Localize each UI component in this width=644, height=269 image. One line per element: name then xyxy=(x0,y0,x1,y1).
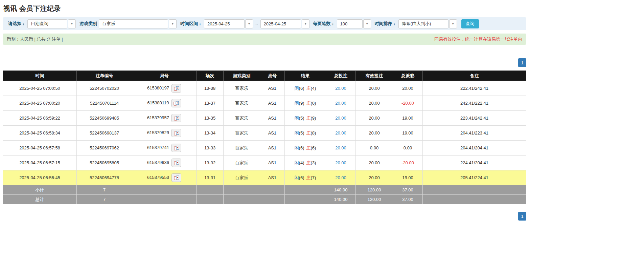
cell-time: 2025-04-25 07:00:20 xyxy=(3,96,77,111)
result-player: 闲 xyxy=(295,160,299,165)
chevron-down-icon[interactable]: ▼ xyxy=(245,19,253,28)
round-detail-icon[interactable] xyxy=(171,129,181,137)
result-banker: 庄 xyxy=(306,130,311,136)
cell-payout: 19.00 xyxy=(393,126,423,141)
page: 视讯 会员下注纪录 请选择： 日期查询 ▼ 游戏类别 百家乐 ▼ 时间区间： 2… xyxy=(0,0,529,221)
cell-table-no: AS1 xyxy=(260,126,285,141)
search-button[interactable]: 查询 xyxy=(461,19,479,28)
filter-bar: 请选择： 日期查询 ▼ 游戏类别 百家乐 ▼ 时间区间： 2025-04-25 … xyxy=(3,17,526,30)
chevron-down-icon[interactable]: ▼ xyxy=(302,19,309,28)
result-banker-score: (0) xyxy=(311,101,316,106)
round-detail-icon[interactable] xyxy=(171,84,181,92)
round-detail-icon[interactable] xyxy=(171,99,181,107)
cell-result: 闲(6)庄(6) xyxy=(285,141,326,156)
game-type-value[interactable]: 百家乐 xyxy=(99,19,168,28)
result-player-score: (6) xyxy=(299,145,304,150)
cell-bet-id: 522450702020 xyxy=(77,81,132,96)
chevron-down-icon[interactable]: ▼ xyxy=(363,19,371,28)
cell-table-no: AS1 xyxy=(260,170,285,185)
round-number: 615380119 xyxy=(147,100,169,105)
total-bet-link[interactable]: 20.00 xyxy=(335,145,346,150)
empty-cell xyxy=(224,185,260,195)
column-header: 局号 xyxy=(132,71,197,81)
total-bet-link[interactable]: 20.00 xyxy=(335,175,346,180)
chevron-down-icon[interactable]: ▼ xyxy=(68,19,76,28)
total-label: 总计 xyxy=(3,195,77,204)
result-player: 闲 xyxy=(295,130,299,136)
game-type-label: 游戏类别 xyxy=(79,21,97,27)
total-valid-bet: 120.00 xyxy=(356,195,393,204)
round-detail-icon[interactable] xyxy=(171,159,181,167)
cell-round-id: 615379957 xyxy=(132,111,197,126)
game-type-combo[interactable]: 百家乐 ▼ xyxy=(99,19,177,28)
empty-cell xyxy=(224,195,260,204)
query-type-label: 请选择： xyxy=(8,21,26,27)
cell-result: 闲(6)庄(4) xyxy=(285,81,326,96)
query-type-value[interactable]: 日期查询 xyxy=(27,19,67,28)
sort-combo[interactable]: 降冪(由大到小) ▼ xyxy=(398,19,457,28)
cell-session: 13-31 xyxy=(197,170,224,185)
cell-result: 闲(9)庄(0) xyxy=(285,96,326,111)
summary-note: 同局有效投注，统一计算在该局第一张注单内 xyxy=(434,36,522,42)
result-player: 闲 xyxy=(295,86,299,91)
date-from-value[interactable]: 2025-04-25 xyxy=(204,19,245,28)
empty-cell xyxy=(132,195,197,204)
page-size-value[interactable]: 100 xyxy=(337,19,363,28)
cell-payout: 19.00 xyxy=(393,170,423,185)
subtotal-count: 7 xyxy=(77,185,132,195)
date-to-value[interactable]: 2025-04-25 xyxy=(260,19,301,28)
cell-table-no: AS1 xyxy=(260,81,285,96)
page-button[interactable]: 1 xyxy=(518,58,526,67)
summary-currency-count: 币别：人民币 | 总共 :7 注单 | xyxy=(7,36,63,42)
total-bet-link[interactable]: 20.00 xyxy=(335,130,346,136)
page-button[interactable]: 1 xyxy=(518,212,526,221)
round-number: 615379829 xyxy=(147,130,169,135)
table-row: 2025-04-25 06:57:15 522450695805 6153796… xyxy=(3,156,526,170)
total-count: 7 xyxy=(77,195,132,204)
chevron-down-icon[interactable]: ▼ xyxy=(449,19,457,28)
pagination-top: 1 xyxy=(3,58,526,67)
cell-total-bet: 20.00 xyxy=(326,126,356,141)
cell-time: 2025-04-25 06:56:45 xyxy=(3,170,77,185)
result-banker-score: (7) xyxy=(311,175,316,180)
cell-table-no: AS1 xyxy=(260,141,285,156)
date-from-combo[interactable]: 2025-04-25 ▼ xyxy=(204,19,253,28)
total-bet-link[interactable]: 20.00 xyxy=(335,86,346,91)
total-bet-link[interactable]: 20.00 xyxy=(335,116,346,121)
cell-time: 2025-04-25 06:57:58 xyxy=(3,141,77,156)
date-to-combo[interactable]: 2025-04-25 ▼ xyxy=(260,19,309,28)
round-detail-icon[interactable] xyxy=(171,144,181,152)
column-header: 注单编号 xyxy=(77,71,132,81)
cell-table-no: AS1 xyxy=(260,156,285,170)
sort-value[interactable]: 降冪(由大到小) xyxy=(398,19,448,28)
cell-bet-id: 522450695805 xyxy=(77,156,132,170)
cell-total-bet: 20.00 xyxy=(326,96,356,111)
result-banker-score: (4) xyxy=(311,86,316,91)
column-header: 总投注 xyxy=(326,71,356,81)
pagination-bottom: 1 xyxy=(3,212,526,221)
cell-valid-bet: 20.00 xyxy=(356,126,393,141)
round-number: 615380197 xyxy=(147,85,169,90)
result-player-score: (5) xyxy=(299,116,304,121)
column-header: 有效投注 xyxy=(356,71,393,81)
cell-bet-id: 522450697062 xyxy=(77,141,132,156)
empty-cell xyxy=(197,195,224,204)
result-banker: 庄 xyxy=(306,116,311,121)
cell-table-no: AS1 xyxy=(260,96,285,111)
page-size-combo[interactable]: 100 ▼ xyxy=(337,19,371,28)
cell-bet-id: 522450694778 xyxy=(77,170,132,185)
cell-valid-bet: 20.00 xyxy=(356,81,393,96)
cell-time: 2025-04-25 06:58:34 xyxy=(3,126,77,141)
round-detail-icon[interactable] xyxy=(171,114,181,122)
query-type-combo[interactable]: 日期查询 ▼ xyxy=(27,19,76,28)
empty-cell xyxy=(132,185,197,195)
cell-note: 224.41/204.41 xyxy=(423,156,526,170)
total-bet-link[interactable]: 20.00 xyxy=(335,101,346,106)
total-bet-link[interactable]: 20.00 xyxy=(335,160,346,165)
table-row: 2025-04-25 07:00:20 522450701114 6153801… xyxy=(3,96,526,111)
cell-valid-bet: 0.00 xyxy=(356,141,393,156)
cell-result: 闲(4)庄(3) xyxy=(285,156,326,170)
chevron-down-icon[interactable]: ▼ xyxy=(169,19,177,28)
round-detail-icon[interactable] xyxy=(171,173,181,182)
cell-round-id: 615380197 xyxy=(132,81,197,96)
